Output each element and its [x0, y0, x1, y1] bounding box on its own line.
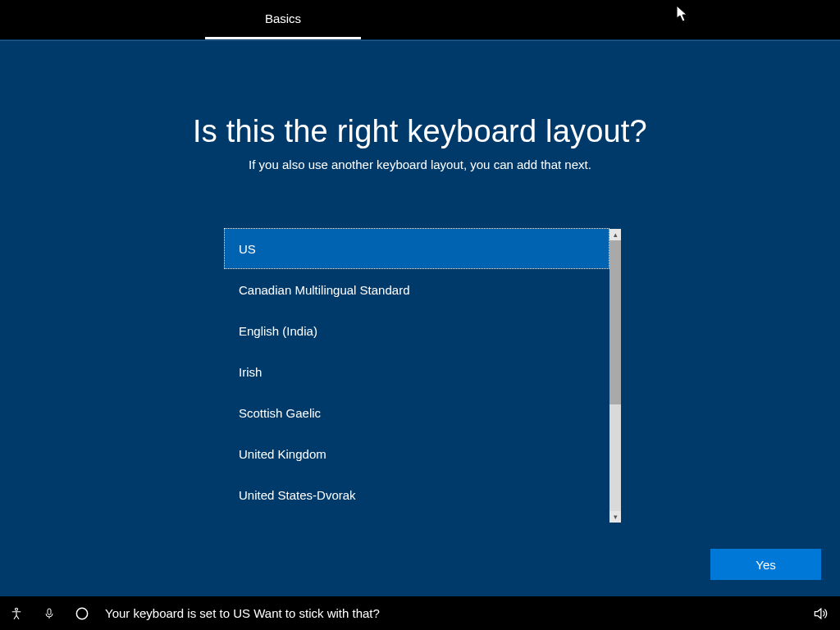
scroll-up-button[interactable]: ▴ [609, 229, 621, 240]
svg-rect-1 [48, 609, 51, 614]
accessibility-icon[interactable] [0, 596, 33, 630]
chevron-down-icon: ▾ [614, 514, 618, 521]
list-item[interactable]: Scottish Gaelic [224, 392, 609, 433]
list-item[interactable]: United States-Dvorak [224, 474, 609, 515]
list-item[interactable]: English (India) [224, 310, 609, 351]
list-item[interactable]: US [224, 228, 609, 269]
list-item-label: US [239, 242, 256, 256]
page-title: Is this the right keyboard layout? [0, 114, 840, 149]
yes-button[interactable]: Yes [710, 549, 821, 580]
scrollbar[interactable]: ▴ ▾ [609, 229, 621, 523]
yes-button-label: Yes [756, 558, 775, 572]
volume-icon[interactable] [804, 596, 837, 630]
list-item-label: English (India) [239, 324, 317, 338]
main-content: Is this the right keyboard layout? If yo… [0, 40, 840, 596]
keyboard-layout-list[interactable]: US Canadian Multilingual Standard Englis… [224, 228, 609, 523]
page-subtitle: If you also use another keyboard layout,… [0, 158, 840, 171]
status-text: Your keyboard is set to US Want to stick… [105, 606, 380, 620]
list-item-label: United Kingdom [239, 447, 326, 461]
keyboard-layout-listbox: US Canadian Multilingual Standard Englis… [224, 228, 621, 523]
tab-label: Basics [265, 11, 301, 25]
top-bar: Basics [0, 0, 840, 39]
cortana-circle-icon[interactable] [66, 596, 98, 630]
bottom-bar: Your keyboard is set to US Want to stick… [0, 596, 840, 630]
list-item-label: Scottish Gaelic [239, 406, 321, 420]
scroll-thumb[interactable] [609, 240, 621, 404]
chevron-up-icon: ▴ [614, 231, 618, 239]
svg-point-2 [76, 608, 87, 619]
list-item[interactable]: Canadian Multilingual Standard [224, 269, 609, 310]
tab-basics[interactable]: Basics [205, 0, 361, 39]
scroll-down-button[interactable]: ▾ [609, 511, 621, 523]
list-item[interactable]: United Kingdom [224, 433, 609, 474]
list-item-label: Irish [239, 365, 262, 379]
list-item[interactable]: Irish [224, 351, 609, 392]
microphone-icon[interactable] [33, 596, 66, 630]
svg-point-0 [16, 608, 18, 610]
list-item-label: Canadian Multilingual Standard [239, 283, 409, 297]
list-item-label: United States-Dvorak [239, 488, 356, 502]
